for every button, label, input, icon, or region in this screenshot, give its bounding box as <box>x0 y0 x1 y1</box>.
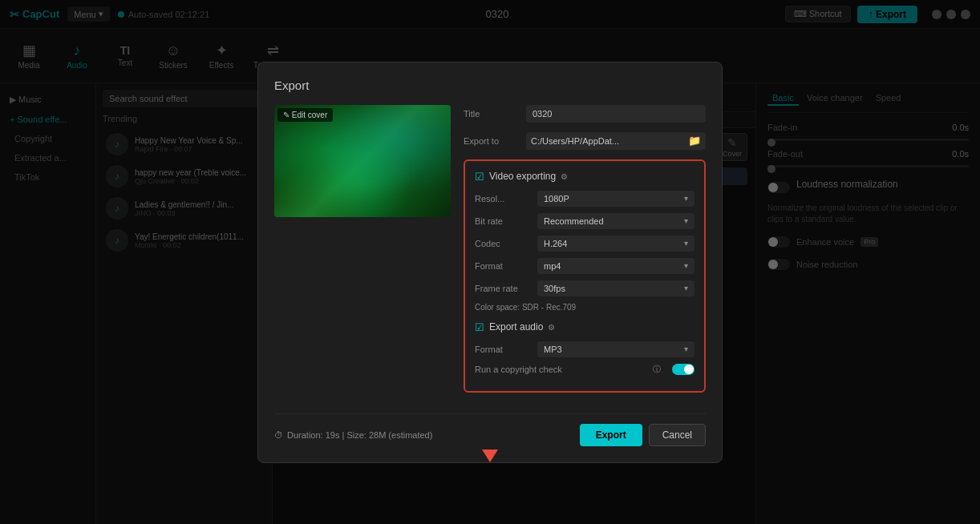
codec-label: Codec <box>475 239 531 248</box>
format-value: mp4 <box>544 261 561 271</box>
modal-form: Title Export to 📁 ☑ Video exporting ⚙ <box>464 105 706 402</box>
copyright-info-icon: ⓘ <box>653 364 661 375</box>
export-confirm-button[interactable]: Export <box>580 424 642 446</box>
codec-select[interactable]: H.264 ▾ <box>537 236 695 252</box>
audio-format-value: MP3 <box>544 345 562 354</box>
bitrate-select[interactable]: Recommended ▾ <box>537 213 695 229</box>
codec-arrow-icon: ▾ <box>684 239 688 248</box>
copyright-toggle-knob <box>684 365 694 374</box>
audio-format-label: Format <box>475 345 531 354</box>
copyright-row: Run a copyright check ⓘ <box>475 364 695 375</box>
modal-footer: ⏱ Duration: 19s | Size: 28M (estimated) … <box>274 413 706 446</box>
title-label: Title <box>464 109 520 119</box>
resolution-select[interactable]: 1080P ▾ <box>537 191 695 207</box>
resolution-arrow-icon: ▾ <box>684 194 688 203</box>
copyright-toggle[interactable] <box>672 364 695 375</box>
duration-info: ⏱ Duration: 19s | Size: 28M (estimated) <box>274 430 432 440</box>
framerate-select[interactable]: 30fps ▾ <box>537 280 695 296</box>
audio-section-header: ☑ Export audio ⚙ <box>475 321 695 333</box>
title-input[interactable] <box>526 105 706 123</box>
export-path-input[interactable] <box>531 132 688 150</box>
framerate-arrow-icon: ▾ <box>684 284 688 292</box>
modal-overlay: Export ✎ Edit cover Title Export to <box>0 0 980 524</box>
resolution-label: Resol... <box>475 194 531 204</box>
export-to-row: Export to 📁 <box>464 132 706 150</box>
preview-image <box>274 105 451 217</box>
modal-title: Export <box>274 79 706 92</box>
title-row: Title <box>464 105 706 123</box>
copyright-label: Run a copyright check <box>475 365 646 374</box>
cancel-button[interactable]: Cancel <box>649 424 706 446</box>
modal-body: ✎ Edit cover Title Export to 📁 <box>274 105 706 402</box>
bitrate-value: Recommended <box>544 216 604 226</box>
format-label: Format <box>475 261 531 271</box>
codec-value: H.264 <box>544 239 567 248</box>
audio-format-arrow-icon: ▾ <box>684 345 688 353</box>
bitrate-label: Bit rate <box>475 216 531 226</box>
color-space-text: Color space: SDR - Rec.709 <box>475 303 695 312</box>
bitrate-arrow-icon: ▾ <box>684 216 688 225</box>
audio-export-section: ☑ Export audio ⚙ Format MP3 ▾ <box>475 321 695 375</box>
resolution-value: 1080P <box>544 194 569 204</box>
audio-settings-icon: ⚙ <box>548 323 555 332</box>
framerate-label: Frame rate <box>475 284 531 293</box>
format-select[interactable]: mp4 ▾ <box>537 258 695 274</box>
format-row: Format mp4 ▾ <box>475 258 695 274</box>
modal-preview: ✎ Edit cover <box>274 105 451 402</box>
footer-buttons: Export Cancel <box>580 424 706 446</box>
video-exporting-section: ☑ Video exporting ⚙ Resol... 1080P ▾ Bit… <box>464 159 706 393</box>
export-path-field: 📁 <box>526 132 706 150</box>
export-modal: Export ✎ Edit cover Title Export to <box>257 62 723 463</box>
audio-checkbox-icon: ☑ <box>475 321 484 333</box>
bitrate-row: Bit rate Recommended ▾ <box>475 213 695 229</box>
video-settings-icon: ⚙ <box>561 172 568 181</box>
framerate-value: 30fps <box>544 284 565 293</box>
video-section-header: ☑ Video exporting ⚙ <box>475 171 695 183</box>
resolution-row: Resol... 1080P ▾ <box>475 191 695 207</box>
format-arrow-icon: ▾ <box>684 261 688 270</box>
export-to-label: Export to <box>464 136 520 146</box>
edit-cover-button[interactable]: ✎ Edit cover <box>277 108 333 122</box>
arrow-indicator <box>482 449 498 462</box>
codec-row: Codec H.264 ▾ <box>475 236 695 252</box>
audio-format-row: Format MP3 ▾ <box>475 341 695 357</box>
duration-text: Duration: 19s | Size: 28M (estimated) <box>287 430 432 440</box>
video-section-name: Video exporting <box>489 171 556 182</box>
audio-section-name: Export audio <box>489 321 543 333</box>
aurora-effect <box>274 105 451 217</box>
duration-icon: ⏱ <box>274 430 283 440</box>
framerate-row: Frame rate 30fps ▾ <box>475 280 695 296</box>
audio-format-select[interactable]: MP3 ▾ <box>537 341 695 357</box>
video-checkbox-icon: ☑ <box>475 171 484 183</box>
folder-icon[interactable]: 📁 <box>688 135 701 147</box>
